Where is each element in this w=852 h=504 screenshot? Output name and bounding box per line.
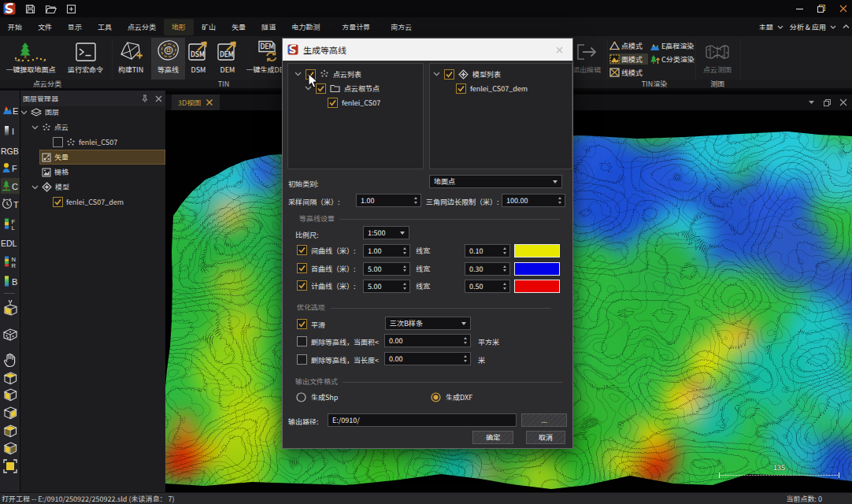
layer-tree-row[interactable]: 矢量 <box>20 150 165 165</box>
delete-length-input[interactable]: 0.00 <box>384 352 471 365</box>
spinner-up-icon[interactable] <box>503 283 506 285</box>
primary-contour-checkbox[interactable] <box>297 263 307 273</box>
dialog-tree-row[interactable]: 模型列表 <box>433 68 501 80</box>
spinner-up-icon[interactable] <box>558 197 561 199</box>
menu-right-item-2[interactable]: 分析 & 应用 <box>790 22 836 32</box>
render-class-tool[interactable]: C <box>1 178 20 194</box>
resize-grip[interactable] <box>843 495 850 502</box>
scale-ratio-select[interactable]: 1:500 <box>363 226 409 239</box>
tab-close-icon[interactable] <box>206 98 213 106</box>
menu-right-item-1[interactable]: 主题 <box>759 22 783 32</box>
render-f-tool[interactable]: F <box>1 160 20 176</box>
caret-down-icon[interactable] <box>31 185 39 190</box>
ribbon-button-line-mode[interactable]: 线模式 <box>609 67 647 78</box>
spinner-down-icon[interactable] <box>558 202 561 204</box>
view-cube-top-tool[interactable] <box>1 423 20 439</box>
menu-tab-10[interactable]: 电力勘测 <box>283 19 328 35</box>
smooth-checkbox[interactable] <box>297 319 307 329</box>
caret-down-icon[interactable] <box>433 72 440 76</box>
dialog-title-bar[interactable]: 生成等高线 <box>283 39 572 61</box>
menu-tab-8[interactable]: 矢量 <box>224 19 254 35</box>
delete-area-input[interactable]: 0.00 <box>384 334 471 347</box>
render-elevation-tool[interactable]: E <box>1 102 20 118</box>
spinner-up-icon[interactable] <box>414 197 417 199</box>
spinner-down-icon[interactable] <box>403 287 406 290</box>
menu-tab-9[interactable]: 隧道 <box>254 19 283 35</box>
spinner-down-icon[interactable] <box>503 269 506 272</box>
box-select-tool[interactable] <box>1 301 20 317</box>
menu-tab-1[interactable]: 开始 <box>0 19 30 35</box>
layer-tree-row[interactable]: fenlei_CS07 <box>20 135 165 150</box>
spinner-down-icon[interactable] <box>464 342 467 344</box>
menu-tab-4[interactable]: 工具 <box>90 19 120 35</box>
close-button[interactable] <box>832 0 852 17</box>
view-cube-bottom-tool[interactable] <box>1 387 20 402</box>
intermediate-contour-color-swatch[interactable] <box>514 244 560 258</box>
spinner-up-icon[interactable] <box>403 283 406 285</box>
initial-class-select[interactable]: 地面点 <box>429 175 562 188</box>
render-nr-tool[interactable]: NR <box>1 254 20 269</box>
menu-tab-2[interactable]: 文件 <box>30 19 60 35</box>
spinner-down-icon[interactable] <box>464 360 467 362</box>
spinner-icon[interactable] <box>412 195 419 206</box>
primary-contour-interval-input[interactable]: 5.00 <box>363 262 410 276</box>
open-project-icon[interactable] <box>45 4 57 14</box>
cancel-button[interactable]: 取消 <box>526 431 565 444</box>
ribbon-button-elev-render[interactable]: E高程渲染 <box>650 40 692 51</box>
restore-button[interactable] <box>810 0 832 17</box>
spinner-down-icon[interactable] <box>403 252 406 254</box>
dice-view-tool[interactable] <box>1 327 20 343</box>
dialog-close-icon[interactable] <box>554 44 565 55</box>
spinner-icon[interactable] <box>401 280 408 292</box>
checkbox-checked-icon[interactable] <box>328 98 338 108</box>
spinner-icon[interactable] <box>501 280 508 292</box>
tab-3d-view[interactable]: 3D视图 <box>172 94 220 110</box>
save-icon[interactable] <box>25 4 35 14</box>
ribbon-button-dsm[interactable]: DSMDSM <box>185 38 212 80</box>
ribbon-button-cloud-mapping[interactable]: 点云测图 <box>698 38 737 80</box>
dialog-tree-row[interactable]: 点云列表 <box>294 68 361 80</box>
ok-button[interactable]: 确定 <box>472 431 513 444</box>
output-path-input[interactable]: E:/0910/ <box>328 413 517 427</box>
index-contour-checkbox[interactable] <box>297 280 307 291</box>
panel-close-icon[interactable] <box>155 95 162 102</box>
ribbon-button-point-mode[interactable]: 点模式 <box>609 40 647 51</box>
spinner-icon[interactable] <box>401 245 408 257</box>
spinner-up-icon[interactable] <box>403 247 406 250</box>
render-edl-tool[interactable]: EDL <box>1 235 20 250</box>
spinner-down-icon[interactable] <box>503 287 506 290</box>
index-contour-color-swatch[interactable] <box>514 280 560 293</box>
browse-button[interactable]: ... <box>521 413 567 427</box>
caret-down-icon[interactable] <box>294 72 302 76</box>
layer-tree-row[interactable]: 点云 <box>20 120 165 135</box>
pan-tool[interactable] <box>1 352 20 368</box>
intermediate-contour-interval-input[interactable]: 1.00 <box>363 244 410 258</box>
spinner-icon[interactable] <box>401 263 408 275</box>
ribbon-button-build-tin[interactable]: 构建TIN <box>110 38 151 80</box>
checkbox-checked-icon[interactable] <box>53 197 63 207</box>
caret-down-icon[interactable] <box>31 125 39 130</box>
pane-close-icon[interactable] <box>839 98 847 106</box>
spinner-up-icon[interactable] <box>464 337 467 339</box>
spinner-icon[interactable] <box>461 335 469 346</box>
render-rgb-tool[interactable]: RGB <box>1 143 20 158</box>
menu-tab-6[interactable]: 地形 <box>164 19 194 35</box>
ribbon-button-macro-terminal[interactable]: 运行宏命令 <box>61 38 110 80</box>
intermediate-contour-width-input[interactable]: 0.10 <box>465 244 510 258</box>
radio-dxf[interactable]: 生成DXF <box>431 392 472 402</box>
ribbon-button-class-render[interactable]: C分类渲染 <box>650 54 692 65</box>
ribbon-button-extract-ground[interactable]: 一键提取地面点 <box>2 38 60 80</box>
sample-interval-input[interactable]: 1.00 <box>356 194 421 207</box>
spinner-icon[interactable] <box>556 195 563 206</box>
dialog-tree-row[interactable]: fenlei_CS07_dem <box>456 82 528 94</box>
intermediate-contour-checkbox[interactable] <box>297 245 307 255</box>
spinner-up-icon[interactable] <box>503 247 506 250</box>
spinner-down-icon[interactable] <box>503 252 506 254</box>
ribbon-button-contour[interactable]: 等高线 <box>151 38 185 80</box>
spinner-icon[interactable] <box>501 263 508 275</box>
primary-contour-width-input[interactable]: 0.30 <box>465 262 510 276</box>
checkbox-checked-icon[interactable] <box>444 69 454 80</box>
render-time-tool[interactable]: T <box>1 196 20 212</box>
layer-tree-row[interactable]: fenlei_CS07_dem <box>20 195 165 209</box>
menu-tab-5[interactable]: 点云分类 <box>120 19 164 35</box>
